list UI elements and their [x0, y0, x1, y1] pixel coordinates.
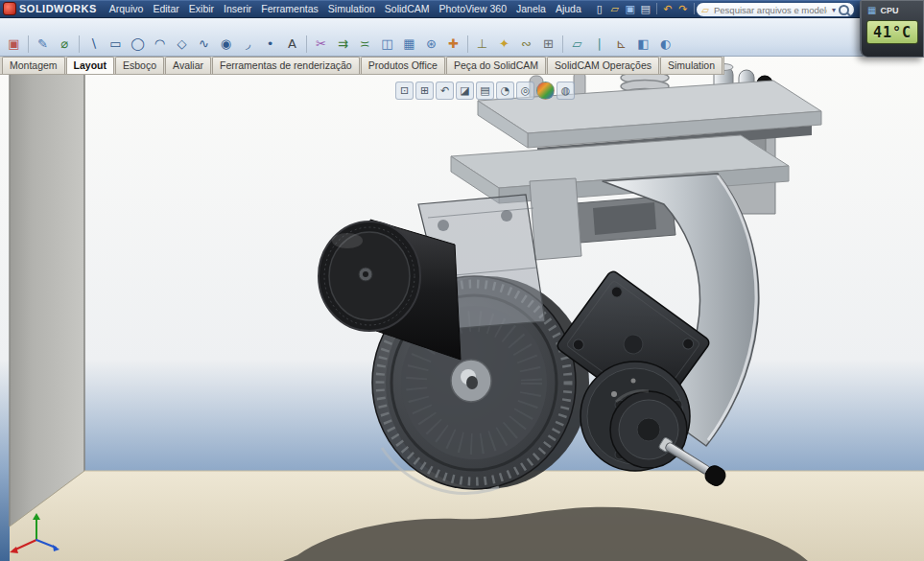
- wall: [10, 74, 84, 526]
- linear-pattern-icon[interactable]: ▦: [399, 34, 419, 54]
- move-entities-icon[interactable]: ✚: [443, 34, 463, 54]
- menu-janela[interactable]: Janela: [511, 1, 551, 16]
- cpu-icon: ▦: [867, 5, 876, 15]
- redo-icon[interactable]: ↷: [675, 2, 691, 16]
- folder-icon: ▱: [701, 5, 709, 15]
- search-icon[interactable]: [839, 5, 849, 15]
- cpu-gadget-header: ▦ CPU: [862, 1, 923, 15]
- display-relations-icon[interactable]: ⊥: [472, 34, 492, 54]
- previous-view-icon[interactable]: ↶: [436, 82, 454, 100]
- zoom-fit-icon[interactable]: ⊡: [395, 82, 414, 100]
- solidworks-window: SOLIDWORKS ArquivoEditarExibirInserirFer…: [0, 0, 924, 561]
- toolbar-separator: [28, 35, 29, 53]
- open-icon[interactable]: ▱: [607, 2, 623, 16]
- print-icon[interactable]: ▤: [638, 2, 653, 16]
- offset-entities-icon[interactable]: ≍: [355, 34, 375, 54]
- cpu-label: CPU: [880, 6, 898, 15]
- view-settings-icon[interactable]: ◐: [655, 34, 675, 54]
- chevron-down-icon[interactable]: ▾: [832, 6, 836, 14]
- hide-show-items-icon[interactable]: ◎: [516, 82, 534, 100]
- menu-ferramentas[interactable]: Ferramentas: [256, 1, 323, 16]
- command-tabs: MontagemLayoutEsboçoAvaliarFerramentas d…: [0, 57, 724, 75]
- point-icon[interactable]: •: [260, 34, 280, 54]
- view-orientation-icon[interactable]: ▤: [476, 82, 494, 100]
- text-icon[interactable]: A: [282, 34, 302, 54]
- menu-solidcam[interactable]: SolidCAM: [380, 1, 435, 16]
- mirror-entities-icon[interactable]: ◫: [377, 34, 397, 54]
- menu-simulation[interactable]: Simulation: [323, 1, 380, 16]
- section-view-icon[interactable]: ◪: [456, 82, 474, 100]
- tab-layout[interactable]: Layout: [66, 57, 114, 74]
- screen-capture-icon[interactable]: ▣: [4, 34, 24, 54]
- reference-plane-icon[interactable]: ▱: [567, 34, 587, 54]
- menu-arquivo[interactable]: Arquivo: [105, 1, 149, 16]
- measure-icon[interactable]: ⊾: [611, 34, 631, 54]
- tab-montagem[interactable]: Montagem: [2, 57, 65, 74]
- smart-dimension-icon[interactable]: ⌀: [55, 34, 75, 54]
- brand-logo: SOLIDWORKS: [19, 3, 97, 14]
- menu-items: ArquivoEditarExibirInserirFerramentasSim…: [105, 0, 586, 17]
- menu-editar[interactable]: Editar: [148, 1, 183, 16]
- display-style-icon[interactable]: ◔: [496, 82, 514, 100]
- edit-appearance-icon[interactable]: ◉: [536, 82, 555, 100]
- heads-up-toolbar: ⊡⊞↶◪▤◔◎◉◍: [395, 82, 575, 100]
- toolbar-separator: [467, 35, 468, 53]
- ellipse-icon[interactable]: ◉: [216, 34, 236, 54]
- menu-ajuda[interactable]: Ajuda: [551, 1, 586, 16]
- scene-icon[interactable]: ◍: [557, 82, 575, 100]
- polygon-icon[interactable]: ◇: [172, 34, 192, 54]
- tab-avaliar[interactable]: Avaliar: [165, 57, 211, 74]
- trim-icon[interactable]: ✂: [311, 34, 331, 54]
- fillet-icon[interactable]: ◞: [238, 34, 258, 54]
- rectangle-icon[interactable]: ▭: [106, 34, 126, 54]
- app-icon[interactable]: [3, 2, 16, 15]
- tab-pe-a-do-solidcam[interactable]: Peça do SolidCAM: [446, 57, 546, 74]
- zoom-area-icon[interactable]: ⊞: [415, 82, 434, 100]
- search-box: ▱ ▾: [696, 2, 855, 17]
- toolbar-separator: [562, 35, 563, 53]
- tab-produtos-office[interactable]: Produtos Office: [361, 57, 445, 74]
- circle-icon[interactable]: ◯: [128, 34, 148, 54]
- tab-ferramentas-de-renderiza-o[interactable]: Ferramentas de renderização: [212, 57, 360, 74]
- search-input[interactable]: [712, 4, 829, 16]
- viewport[interactable]: MontagemLayoutEsboçoAvaliarFerramentas d…: [0, 57, 924, 561]
- convert-entities-icon[interactable]: ⇉: [333, 34, 353, 54]
- line-icon[interactable]: ∖: [83, 34, 104, 54]
- tab-simulation[interactable]: Simulation: [660, 57, 723, 74]
- toolbar-separator: [306, 35, 307, 53]
- circular-pattern-icon[interactable]: ⊛: [421, 34, 441, 54]
- model-canvas[interactable]: [0, 57, 924, 561]
- arc-icon[interactable]: ◠: [150, 34, 170, 54]
- reference-axis-icon[interactable]: ∣: [589, 34, 609, 54]
- quick-snaps-icon[interactable]: ∾: [516, 34, 536, 54]
- menu-photoview-360[interactable]: PhotoView 360: [435, 1, 511, 16]
- repair-sketch-icon[interactable]: ✦: [494, 34, 514, 54]
- cpu-temperature-reading: 41°C: [866, 20, 918, 44]
- undo-icon[interactable]: ↶: [660, 2, 675, 16]
- toolbar-separator: [694, 3, 695, 14]
- sketch-icon[interactable]: ✎: [33, 34, 53, 54]
- tab-solidcam-opera-es[interactable]: SolidCAM Operações: [547, 57, 659, 74]
- new-document-icon[interactable]: ▯: [592, 2, 607, 16]
- toolbar-separator: [656, 3, 657, 14]
- cpu-gadget[interactable]: ▦ CPU 41°C: [860, 0, 924, 58]
- toolbar-separator: [79, 35, 80, 53]
- tab-esbo-o[interactable]: Esboço: [115, 57, 164, 74]
- menu-exibir[interactable]: Exibir: [184, 1, 219, 16]
- grid-icon[interactable]: ⊞: [538, 34, 558, 54]
- section-view-icon[interactable]: ◧: [633, 34, 653, 54]
- menu-inserir[interactable]: Inserir: [219, 1, 256, 16]
- save-icon[interactable]: ▣: [623, 2, 638, 16]
- sketch-toolbar: ▣✎⌀∖▭◯◠◇∿◉◞•A✂⇉≍◫▦⊛✚⊥✦∾⊞▱∣⊾◧◐: [0, 17, 924, 57]
- spline-icon[interactable]: ∿: [194, 34, 214, 54]
